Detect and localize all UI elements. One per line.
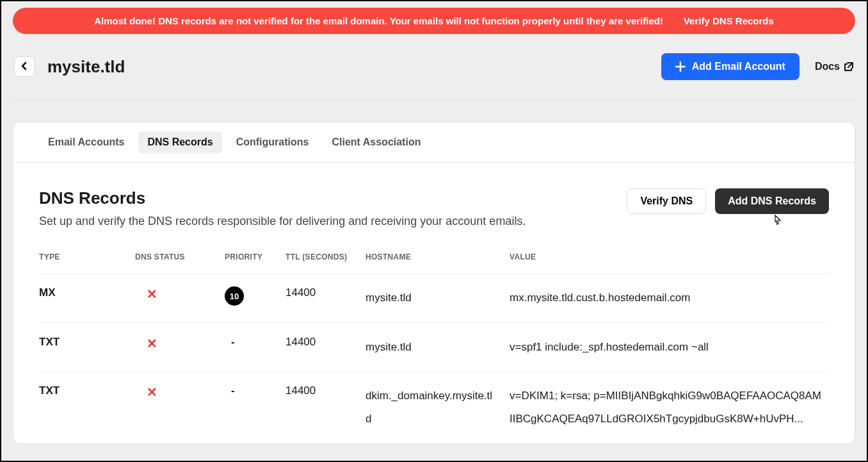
back-button[interactable] bbox=[14, 56, 35, 77]
external-link-icon bbox=[844, 62, 854, 72]
cell-priority: - bbox=[225, 322, 285, 372]
alert-message: Almost done! DNS records are not verifie… bbox=[94, 15, 663, 26]
add-email-account-button[interactable]: Add Email Account bbox=[661, 53, 800, 80]
cell-status: ✕ bbox=[135, 372, 225, 443]
dns-records-table: TYPE DNS STATUS PRIORITY TTL (SECONDS) H… bbox=[39, 243, 829, 443]
tab-client-association[interactable]: Client Association bbox=[323, 131, 430, 153]
cell-ttl: 14400 bbox=[285, 322, 366, 372]
x-icon: ✕ bbox=[147, 384, 157, 400]
plus-icon bbox=[675, 62, 686, 72]
cell-hostname: mysite.tld bbox=[366, 274, 510, 323]
cell-hostname: mysite.tld bbox=[366, 322, 510, 372]
x-icon: ✕ bbox=[147, 336, 157, 351]
col-ttl: TTL (SECONDS) bbox=[285, 243, 366, 274]
content-card: Email Accounts DNS Records Configuration… bbox=[13, 122, 855, 444]
add-dns-records-button[interactable]: Add DNS Records bbox=[715, 188, 829, 214]
section-description: Set up and verify the DNS records respon… bbox=[39, 215, 526, 228]
add-email-label: Add Email Account bbox=[692, 61, 785, 72]
col-status: DNS STATUS bbox=[135, 243, 225, 274]
tabs: Email Accounts DNS Records Configuration… bbox=[13, 122, 855, 163]
col-hostname: HOSTNAME bbox=[366, 243, 510, 274]
cell-priority: 10 bbox=[225, 274, 285, 323]
cell-hostname: dkim._domainkey.mysite.tld bbox=[366, 372, 510, 443]
cell-priority: - bbox=[225, 372, 285, 443]
tab-email-accounts[interactable]: Email Accounts bbox=[39, 131, 133, 153]
section-title: DNS Records bbox=[39, 188, 526, 208]
cell-status: ✕ bbox=[135, 274, 225, 323]
col-type: TYPE bbox=[39, 243, 135, 274]
cell-type: TXT bbox=[39, 322, 135, 372]
dns-verify-alert: Almost done! DNS records are not verifie… bbox=[13, 8, 855, 34]
table-row: TXT✕-14400mysite.tldv=spf1 include:_spf.… bbox=[39, 322, 829, 372]
tab-configurations[interactable]: Configurations bbox=[227, 131, 318, 153]
table-row: TXT✕-14400dkim._domainkey.mysite.tldv=DK… bbox=[39, 372, 829, 443]
cell-value: v=DKIM1; k=rsa; p=MIIBIjANBgkqhkiG9w0BAQ… bbox=[510, 372, 829, 443]
page-header: mysite.tld Add Email Account Docs bbox=[13, 34, 855, 100]
tab-dns-records[interactable]: DNS Records bbox=[138, 131, 221, 153]
priority-badge: 10 bbox=[225, 286, 244, 306]
x-icon: ✕ bbox=[147, 286, 157, 302]
cell-type: MX bbox=[39, 274, 135, 323]
cell-ttl: 14400 bbox=[285, 274, 366, 323]
chevron-left-icon bbox=[21, 60, 28, 74]
cell-value: mx.mysite.tld.cust.b.hostedemail.com bbox=[510, 274, 829, 323]
docs-label: Docs bbox=[815, 61, 840, 72]
dns-section: DNS Records Set up and verify the DNS re… bbox=[13, 163, 855, 443]
cell-status: ✕ bbox=[135, 322, 225, 372]
cursor-pointer-icon bbox=[771, 214, 784, 233]
cell-ttl: 14400 bbox=[285, 372, 366, 443]
table-row: MX✕1014400mysite.tldmx.mysite.tld.cust.b… bbox=[39, 274, 829, 323]
docs-link[interactable]: Docs bbox=[815, 61, 854, 72]
col-value: VALUE bbox=[510, 243, 829, 274]
page-title: mysite.tld bbox=[47, 57, 661, 77]
cell-value: v=spf1 include:_spf.hostedemail.com ~all bbox=[510, 322, 829, 372]
col-priority: PRIORITY bbox=[225, 243, 285, 274]
alert-verify-link[interactable]: Verify DNS Records bbox=[684, 15, 774, 26]
cell-type: TXT bbox=[39, 372, 135, 443]
verify-dns-button[interactable]: Verify DNS bbox=[627, 188, 706, 214]
